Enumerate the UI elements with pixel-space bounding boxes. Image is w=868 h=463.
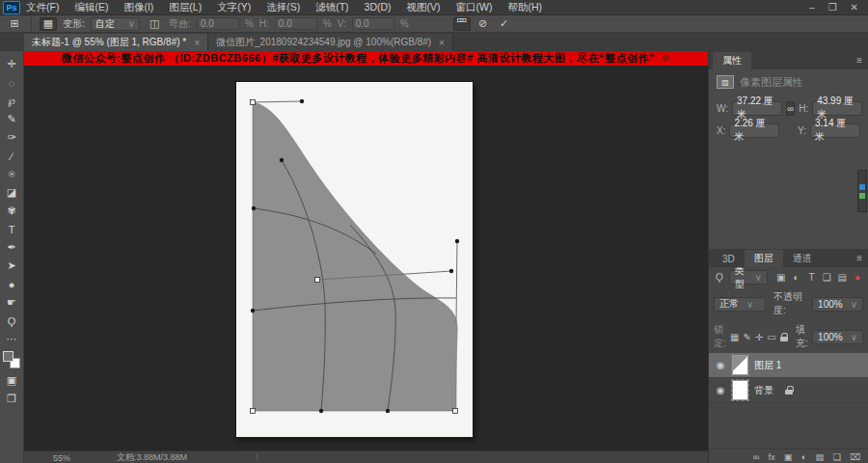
minimize-button[interactable]: – <box>809 2 815 13</box>
layer-thumbnail[interactable] <box>732 380 748 400</box>
layer-row-layer1[interactable]: ◉ 图层 1 <box>709 353 868 378</box>
dodge-tool[interactable]: ✾ <box>2 202 22 220</box>
toggle-warp-mode-icon[interactable]: 罒 <box>453 17 471 31</box>
type-tool[interactable]: T <box>2 220 22 238</box>
close-button[interactable]: ✕ <box>851 2 858 13</box>
clone-stamp-tool[interactable]: ⍟ <box>2 165 22 183</box>
eyedropper-tool[interactable]: ✑ <box>2 128 22 147</box>
zoom-level[interactable]: 55% <box>53 453 70 463</box>
warp-mode-select[interactable]: 自定 ∨ <box>91 17 140 31</box>
layer-row-background[interactable]: ◉ 背景 <box>709 378 868 403</box>
restore-button[interactable]: ❐ <box>828 2 837 13</box>
lock-position-icon[interactable]: ✛ <box>755 331 763 343</box>
menu-help[interactable]: 帮助(H) <box>508 1 543 14</box>
bend-input[interactable]: 0.0 <box>197 17 239 30</box>
link-dimensions-icon[interactable]: ∞ <box>786 101 795 116</box>
height-field[interactable]: 43.99 厘米 <box>812 101 862 116</box>
panel-menu-icon[interactable]: ≡ <box>856 253 862 263</box>
visibility-eye-icon[interactable]: ◉ <box>715 385 726 395</box>
menu-view[interactable]: 视图(V) <box>407 1 441 14</box>
new-layer-icon[interactable]: ❏ <box>833 451 842 462</box>
brush-tool[interactable]: ∕ <box>2 147 22 165</box>
transform-tool-icon[interactable]: ⊞ <box>6 17 23 31</box>
quick-selection-tool[interactable]: ✎ <box>2 110 22 128</box>
blend-mode-select[interactable]: 正常 ∨ <box>714 297 766 312</box>
layer-name[interactable]: 图层 1 <box>754 359 781 372</box>
delete-layer-icon[interactable]: ⌧ <box>850 451 860 462</box>
collapsed-panel-icon[interactable] <box>859 184 865 190</box>
tab-3d[interactable]: 3D <box>713 250 745 267</box>
add-mask-icon[interactable]: ▣ <box>784 451 793 462</box>
edit-toolbar-icon[interactable]: ⋯ <box>2 330 22 348</box>
x-field[interactable]: 2.26 厘米 <box>729 123 779 138</box>
v-distort-input[interactable]: 0.0 <box>352 17 394 30</box>
pen-tool[interactable]: ✒ <box>2 238 22 257</box>
fill-select[interactable]: 100% ∨ <box>812 330 863 344</box>
layer-style-fx-icon[interactable]: fx <box>768 451 774 462</box>
chevron-down-icon: ∨ <box>746 299 753 310</box>
menu-image[interactable]: 图像(I) <box>123 1 153 14</box>
filter-smart-object-icon[interactable]: ▤ <box>836 271 848 284</box>
tab-layers[interactable]: 图层 <box>745 250 783 267</box>
warp-orientation-icon[interactable]: ◫ <box>146 17 163 31</box>
menu-file[interactable]: 文件(F) <box>26 1 59 14</box>
hand-tool[interactable]: ☛ <box>2 293 22 312</box>
collapsed-panel-icon[interactable] <box>859 193 865 199</box>
move-tool[interactable]: ✛ <box>2 55 22 73</box>
opacity-select[interactable]: 100% ∨ <box>812 297 863 312</box>
lock-pixels-icon[interactable]: ✎ <box>743 331 750 343</box>
search-icon[interactable]: Ϙ <box>714 271 725 284</box>
filter-pixel-icon[interactable]: ▣ <box>775 271 787 284</box>
chevron-down-icon: ∨ <box>851 332 857 342</box>
menu-bar: 文件(F) 编辑(E) 图像(I) 图层(L) 文字(Y) 选择(S) 滤镜(T… <box>26 1 542 14</box>
menu-type[interactable]: 文字(Y) <box>217 1 251 14</box>
menu-layer[interactable]: 图层(L) <box>169 1 202 14</box>
lock-artboard-icon[interactable]: ▭ <box>767 331 775 343</box>
new-group-icon[interactable]: ▤ <box>816 451 825 462</box>
menu-edit[interactable]: 编辑(E) <box>74 1 108 14</box>
collapsed-panel-strip[interactable] <box>857 170 867 212</box>
zoom-tool[interactable]: Ϙ <box>2 312 22 330</box>
width-field[interactable]: 37.22 厘米 <box>732 101 782 116</box>
status-menu-arrow-icon[interactable]: 〉 <box>255 451 263 463</box>
menu-select[interactable]: 选择(S) <box>266 1 300 14</box>
link-layers-icon[interactable]: ∞ <box>753 451 760 462</box>
h-distort-label: H: <box>259 18 269 29</box>
adjustment-layer-icon[interactable]: ◐ <box>801 451 807 462</box>
close-tab-icon[interactable]: × <box>194 38 200 48</box>
close-tab-icon[interactable]: × <box>439 38 445 48</box>
lasso-tool[interactable]: ℘ <box>2 92 22 110</box>
panel-menu-icon[interactable]: ≡ <box>856 55 862 66</box>
filter-toggle-icon[interactable]: ● <box>852 271 863 284</box>
lock-all-icon[interactable] <box>780 331 788 343</box>
quick-mask-icon[interactable]: ▣ <box>2 371 22 390</box>
commit-transform-icon[interactable]: ✓ <box>496 17 513 31</box>
warp-grid-icon[interactable]: ▦ <box>40 17 57 31</box>
filter-shape-icon[interactable]: ❏ <box>821 271 832 284</box>
menu-filter[interactable]: 滤镜(T) <box>315 1 348 14</box>
y-field[interactable]: 3.14 厘米 <box>810 123 860 138</box>
tab-channels[interactable]: 通道 <box>783 250 822 267</box>
filter-adjustment-icon[interactable]: ◐ <box>791 271 802 284</box>
tab-untitled-1[interactable]: 未标题-1 @ 55% (图层 1, RGB/8#) * × <box>24 34 208 51</box>
cancel-transform-icon[interactable]: ⊘ <box>475 17 492 31</box>
marquee-tool[interactable]: ◌ <box>2 73 22 92</box>
canvas[interactable] <box>236 82 473 437</box>
lock-transparency-icon[interactable]: ▦ <box>730 331 739 343</box>
layer-thumbnail[interactable] <box>732 355 748 375</box>
layer-name[interactable]: 背景 <box>754 384 773 397</box>
menu-3d[interactable]: 3D(D) <box>365 1 392 14</box>
shape-tool[interactable]: ● <box>2 275 22 293</box>
tab-wechat-image[interactable]: 微信图片_20180924234549.jpg @ 100%(RGB/8#) × <box>208 34 453 51</box>
filter-type-icon[interactable]: T <box>806 271 818 284</box>
screen-mode-icon[interactable]: ❐ <box>2 390 22 408</box>
foreground-color-swatch[interactable] <box>3 351 14 362</box>
filter-type-select[interactable]: 类型 ∨ <box>729 270 768 285</box>
color-swatches[interactable] <box>3 351 20 368</box>
path-selection-tool[interactable]: ➤ <box>2 257 22 275</box>
visibility-eye-icon[interactable]: ◉ <box>715 360 726 370</box>
eraser-tool[interactable]: ◪ <box>2 183 22 202</box>
menu-window[interactable]: 窗口(W) <box>456 1 493 14</box>
tab-properties[interactable]: 属性 <box>713 52 751 69</box>
h-distort-input[interactable]: 0.0 <box>275 17 317 30</box>
